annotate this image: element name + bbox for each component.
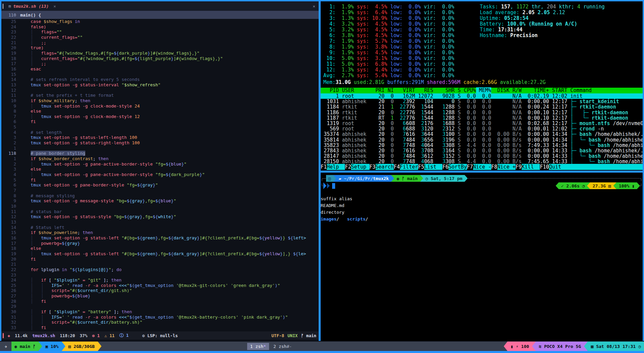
code-line[interactable]: 16 esac	[1, 66, 319, 72]
code-line[interactable]: 11 # set the prefix + t time format	[1, 93, 319, 98]
code-line[interactable]: 17 │ ;;	[1, 61, 319, 66]
tab-close-icon[interactable]: ×	[54, 4, 56, 9]
code-line[interactable]: 10	[1, 204, 319, 209]
htop-pane[interactable]: 1: 1.9% sys: 4.5% low: 0.0% vir: 0.0% 2:…	[321, 1, 643, 171]
process-row[interactable]: 35814 abhishek 20 0 7484 3656 3196 S 0.0…	[321, 137, 643, 143]
code-area[interactable]: 25 case $show_flags in24 false)23 │ flag…	[1, 19, 319, 331]
editor-pane[interactable]: ▎ ▤ tmux2k.sh (13) × × 110 main() { 25 c…	[1, 1, 319, 341]
code-line[interactable]: 14 # sets refresh interval to every 5 se…	[1, 77, 319, 82]
code-line[interactable]: 16 │ tmux set-option -g status-left "#[b…	[1, 235, 319, 241]
code-line[interactable]: 32 │ │ script="#($current_dir/battery.sh…	[1, 320, 319, 325]
code-line[interactable]: 20 fi	[1, 257, 319, 262]
rocket-icon[interactable]: ✈	[0, 342, 11, 351]
fkey-f10[interactable]: F10Quit	[540, 164, 561, 170]
fkey-f4[interactable]: F4Filter	[394, 164, 418, 170]
prompt-line-2[interactable]: ╰ ✓ 2.06s ◔27.3G ▤100% ▮ ╯	[321, 182, 643, 189]
code-line[interactable]: 22 │ current_flags=""	[1, 35, 319, 40]
process-row[interactable]: 35374 abhishek 20 0 7616 3644 3100 S 0.0…	[321, 131, 643, 137]
function-key-bar[interactable]: F1Help F2Setup F3SearchF4FilterF5List F6…	[321, 164, 643, 170]
code-line[interactable]: 9 │ tmux set-option -g clock-mode-style …	[1, 104, 319, 109]
fkey-f2[interactable]: F2Setup	[345, 164, 369, 170]
process-row[interactable]: 1 root 20 0 162M 12072 9028 S 0.0 0.0 N/…	[321, 93, 643, 99]
cpu-row: 4: 3.2% sys: 4.5% low: 0.0% vir: 0.0%	[323, 21, 454, 27]
code-line[interactable]: 118 # pane border styling	[1, 151, 319, 156]
code-line[interactable]: 3 else	[1, 167, 319, 172]
process-row[interactable]: 28147 abhishek 20 0 7484 3612 3152 S 0.0…	[321, 153, 643, 159]
code-line[interactable]: 18 │ current_flags="#{?window_flags,#[fg…	[1, 56, 319, 61]
code-line[interactable]: 19 │ flags="#{?window_flags,#[fg=${dark_…	[1, 51, 319, 56]
tabline-close-icon[interactable]: ×	[313, 4, 315, 9]
code-line[interactable]: 2 tmux set-option -g status-right-length…	[1, 140, 319, 146]
code-line[interactable]: 5 fi	[1, 177, 319, 183]
code-line[interactable]: 31 │ │ IFS=' ' read -r -a colors <<<"$(g…	[1, 315, 319, 320]
code-line[interactable]: 4 │ tmux set-option -g pane-active-borde…	[1, 172, 319, 177]
fkey-f8[interactable]: F8Nice +	[491, 164, 516, 170]
fkey-f7[interactable]: F7Nice -	[467, 164, 491, 170]
code-line[interactable]: 10 if $show_military; then	[1, 98, 319, 104]
code-line[interactable]: 12	[1, 88, 319, 93]
process-row[interactable]: 28150 abhishek 20 0 7748 4068 3308 S 4.4…	[321, 159, 643, 164]
terminal-pane[interactable]: ╭─ ◫ ▰ ~/Pr/Gi/Pr/tmux2k ◉ ᚠ main ◷ Sat,…	[321, 173, 643, 341]
code-line[interactable]: 18 else	[1, 246, 319, 251]
code-line[interactable]: 27 │ │ powerbg=${blue}	[1, 293, 319, 299]
code-line[interactable]: 4 # set length	[1, 130, 319, 135]
code-line[interactable]: 6 fi	[1, 119, 319, 124]
code-line[interactable]: 15 if $show_powerline; then	[1, 230, 319, 235]
code-line[interactable]: 29	[1, 304, 319, 309]
code-line[interactable]: 3 tmux set-option -g status-left-length …	[1, 135, 319, 140]
code-line[interactable]: 28 │ fi	[1, 299, 319, 304]
code-line[interactable]: 22 for lplugin in "${lplugins[@]}"; do	[1, 267, 319, 272]
process-row[interactable]: 27843 abhishek 20 0 7616 3708 3164 S 0.0…	[321, 148, 643, 153]
fkey-f1[interactable]: F1Help	[321, 164, 345, 170]
fkey-f3[interactable]: F3Search	[370, 164, 394, 170]
code-line[interactable]: 5	[1, 124, 319, 130]
code-line[interactable]: 6 tmux set-option -g pane-border-style "…	[1, 182, 319, 188]
process-row[interactable]: 569 root 20 0 6688 3120 2312 S 0.0 0.0 N…	[321, 126, 643, 131]
code-line[interactable]: 33 │ fi	[1, 325, 319, 330]
process-row[interactable]: 1031 abhishek 20 0 2392 104 0 S 0.0 0.0 …	[321, 99, 643, 104]
code-line[interactable]: 8 else	[1, 109, 319, 114]
code-line[interactable]: 14 # Status left	[1, 225, 319, 230]
code-line[interactable]: 17 │ powerbg=${gray}	[1, 241, 319, 246]
code-line[interactable]: 7 │ tmux set-option -g clock-mode-style …	[1, 114, 319, 119]
code-line[interactable]: 21	[1, 262, 319, 267]
fkey-f5[interactable]: F5List	[418, 164, 442, 170]
code-line[interactable]: 2 │ tmux set-option -g pane-active-borde…	[1, 161, 319, 167]
code-line[interactable]: 1	[1, 146, 319, 151]
terminal-cursor[interactable]	[332, 183, 335, 189]
code-line[interactable]: 23 │ flags=""	[1, 29, 319, 35]
fkey-f6[interactable]: F6SortBy	[442, 164, 467, 170]
tmux-window-2[interactable]: 2 zsh#-	[270, 343, 295, 350]
code-line[interactable]: 13	[1, 219, 319, 225]
code-line[interactable]: 11 # status bar	[1, 209, 319, 214]
code-line[interactable]: 21 │ ;;	[1, 40, 319, 46]
code-line[interactable]: 12 tmux set-option -g status-style "bg=$…	[1, 214, 319, 219]
code-line[interactable]: 1 if $show_border_contrast; then	[1, 156, 319, 161]
process-table[interactable]: PID USER PRI NI VIRT RES SHR S CPU% MEM%…	[321, 88, 643, 164]
code-line[interactable]: 7	[1, 188, 319, 193]
process-row[interactable]: 1184 rtkit 21 1 22776 1544 1288 S 0.0 0.…	[321, 104, 643, 110]
code-line[interactable]: 13 tmux set-option -g status-interval "$…	[1, 82, 319, 88]
code-line[interactable]: 20 true)	[1, 45, 319, 51]
tmux-window-1[interactable]: 1 zsh*	[247, 343, 269, 350]
editor-tab[interactable]: ▤ tmux2k.sh (13) ×	[5, 1, 60, 11]
directory-item[interactable]: images	[321, 216, 336, 222]
code-line[interactable]: 15	[1, 72, 319, 77]
fkey-f9[interactable]: F9Kill	[516, 164, 540, 170]
code-line[interactable]: 26 │ │ script="#($current_dir/git.sh)"	[1, 288, 319, 293]
code-line[interactable]: 24 false)	[1, 24, 319, 30]
code-line[interactable]: 23	[1, 272, 319, 278]
code-line[interactable]: 9 tmux set-option -g message-style "bg=$…	[1, 198, 319, 204]
code-line[interactable]: 24 │ if [ "$lplugin" = "git" ]; then	[1, 277, 319, 283]
code-line[interactable]: 25 │ │ IFS=' ' read -r -a colors <<<"$(g…	[1, 283, 319, 288]
code-line[interactable]: 30 │ if [ "$lplugin" = "battery" ]; then	[1, 309, 319, 315]
code-line[interactable]: 25 case $show_flags in	[1, 19, 319, 24]
directory-item[interactable]: scripts	[347, 216, 365, 222]
code-line[interactable]: 8 # message styling	[1, 193, 319, 199]
process-table-header[interactable]: PID USER PRI NI VIRT RES SHR S CPU% MEM%…	[321, 88, 643, 93]
process-row[interactable]: 1186 rtkit 20 0 22776 1544 1288 S 0.0 0.…	[321, 110, 643, 115]
process-row[interactable]: 35823 abhishek 20 0 7748 4064 3308 S 4.4…	[321, 143, 643, 148]
code-line[interactable]: 19 │ tmux set-option -g status-left "#[b…	[1, 251, 319, 257]
process-row[interactable]: 1187 rtkit RT 1 22776 1544 1288 S 0.0 0.…	[321, 115, 643, 121]
process-row[interactable]: 1319 root 20 0 6608 2176 1688 S 0.0 0.0 …	[321, 121, 643, 126]
